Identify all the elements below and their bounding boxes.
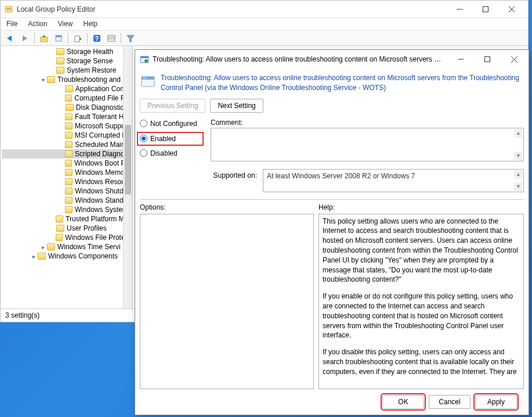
supported-textbox: At least Windows Server 2008 R2 or Windo… (263, 169, 524, 192)
folder-icon (65, 113, 73, 120)
svg-text:?: ? (95, 35, 99, 42)
chevron-icon[interactable]: ▾ (39, 77, 47, 83)
dialog-title: Troubleshooting: Allow users to access o… (153, 55, 447, 63)
ok-button[interactable]: OK (382, 395, 424, 409)
tree-item[interactable]: ▸Disk Diagnostic (2, 103, 124, 112)
tree-item[interactable]: ▸System Restore (2, 66, 124, 75)
tree-item[interactable]: ▸Scheduled Maint (2, 140, 124, 149)
tree-item[interactable]: ▸Windows Memor (2, 168, 124, 177)
dialog-close-button[interactable] (501, 51, 527, 68)
dialog-icon (140, 55, 149, 64)
tree-item-label: Storage Health (67, 48, 113, 56)
menu-view[interactable]: View (58, 20, 73, 28)
menu-file[interactable]: File (6, 20, 17, 28)
forward-icon[interactable] (19, 33, 31, 44)
svg-rect-22 (140, 56, 149, 58)
app-icon (4, 5, 13, 14)
radio-not-configured[interactable]: Not Configured (140, 120, 204, 128)
radio-enabled[interactable]: Enabled (137, 132, 204, 146)
apply-button[interactable]: Apply (475, 395, 517, 409)
previous-setting-button[interactable]: Previous Setting (140, 99, 205, 113)
maximize-button[interactable] (472, 1, 498, 18)
folder-icon (65, 132, 73, 139)
folder-icon (56, 57, 64, 64)
filter-icon[interactable] (124, 33, 137, 44)
tree-item[interactable]: ▸Windows Shutdo (2, 186, 124, 196)
radio-disabled[interactable]: Disabled (140, 149, 204, 157)
options-label: Options: (140, 203, 319, 211)
folder-icon (65, 160, 73, 167)
svg-marker-10 (42, 35, 46, 37)
folder-icon (66, 104, 74, 111)
list-icon[interactable] (105, 33, 118, 44)
export-icon[interactable] (71, 33, 84, 44)
menubar: File Action View Help (1, 18, 528, 31)
folder-icon (56, 67, 64, 74)
dialog-maximize-button[interactable] (474, 51, 501, 68)
properties-icon[interactable] (52, 33, 65, 44)
chevron-icon[interactable]: ▸ (39, 244, 47, 250)
tree-item-label: Corrupted File Re (74, 94, 124, 102)
tree-item[interactable]: ▾Troubleshooting and (2, 75, 124, 84)
tree-item[interactable]: ▸Windows Boot Pe (2, 159, 124, 168)
tree-item-label: Scripted Diagnos (75, 150, 124, 158)
dialog-minimize-button[interactable] (447, 51, 474, 68)
cancel-button[interactable]: Cancel (429, 395, 471, 409)
tree-item[interactable]: ▸Corrupted File Re (2, 94, 124, 103)
treeview[interactable]: ▸Storage Health▸Storage Sense▸System Res… (1, 46, 133, 308)
radio-label: Disabled (150, 149, 178, 157)
tree-item[interactable]: ▸Windows Components (2, 251, 124, 261)
tree-item[interactable]: ▸Trusted Platform Mo (2, 214, 124, 224)
help-icon[interactable]: ? (91, 33, 103, 44)
back-icon[interactable] (4, 33, 17, 44)
svg-rect-13 (75, 36, 79, 42)
svg-marker-8 (23, 35, 27, 41)
comment-textbox[interactable]: ▲▼ (211, 128, 524, 161)
menu-help[interactable]: Help (84, 20, 98, 28)
tree-item[interactable]: ▸Windows System (2, 205, 124, 214)
tree-item[interactable]: ▸User Profiles (2, 224, 124, 233)
tree-item[interactable]: ▸Windows Resour (2, 177, 124, 186)
svg-rect-9 (41, 37, 48, 42)
chevron-icon[interactable]: ▸ (30, 253, 38, 260)
tree-item[interactable]: ▸Windows File Protect (2, 233, 124, 242)
tree-item[interactable]: ▸Microsoft Suppor (2, 121, 124, 131)
tree-item-label: Windows Standb (75, 196, 124, 204)
close-button[interactable] (498, 1, 524, 18)
tree-item[interactable]: ▸Windows Time Servi (2, 242, 124, 251)
tree-item[interactable]: ▸Scripted Diagnos (2, 149, 124, 159)
svg-rect-2 (6, 9, 11, 10)
tree-item[interactable]: ▸Application Com (2, 84, 124, 94)
folder-icon (65, 197, 73, 204)
tree-item-label: Disk Diagnostic (76, 103, 124, 112)
status-text: 3 setting(s) (5, 311, 39, 319)
folder-icon (47, 243, 55, 250)
tree-item[interactable]: ▸Fault Tolerant He (2, 112, 124, 121)
folder-icon (56, 234, 63, 241)
svg-point-23 (144, 59, 148, 63)
tree-item-label: Trusted Platform Mo (66, 215, 124, 223)
comment-label: Comment: (211, 118, 524, 127)
policy-header-icon (140, 73, 156, 89)
tree-item-label: Windows Memor (75, 168, 124, 177)
tree-item-label: Windows Resour (75, 178, 124, 186)
tree-item[interactable]: ▸Storage Sense (2, 56, 124, 66)
help-pane[interactable]: This policy setting allows users who are… (319, 214, 524, 389)
tree-scrollbar[interactable] (123, 46, 132, 308)
next-setting-button[interactable]: Next Setting (210, 99, 263, 113)
svg-rect-12 (56, 35, 61, 37)
minimize-button[interactable] (446, 1, 472, 18)
help-text: This policy setting allows users who are… (323, 217, 520, 377)
radio-label: Not Configured (150, 120, 197, 128)
menu-action[interactable]: Action (28, 20, 47, 28)
window-controls (446, 1, 524, 18)
svg-rect-1 (6, 8, 11, 9)
svg-marker-20 (127, 35, 134, 42)
up-folder-icon[interactable] (38, 33, 50, 44)
svg-rect-4 (483, 6, 488, 12)
tree-item[interactable]: ▸MSI Corrupted Fi (2, 131, 124, 140)
tree-item[interactable]: ▸Windows Standb (2, 196, 124, 205)
tree-item[interactable]: ▸Storage Health (2, 47, 124, 56)
options-pane[interactable] (140, 214, 314, 389)
tree-item-label: System Restore (67, 66, 116, 74)
